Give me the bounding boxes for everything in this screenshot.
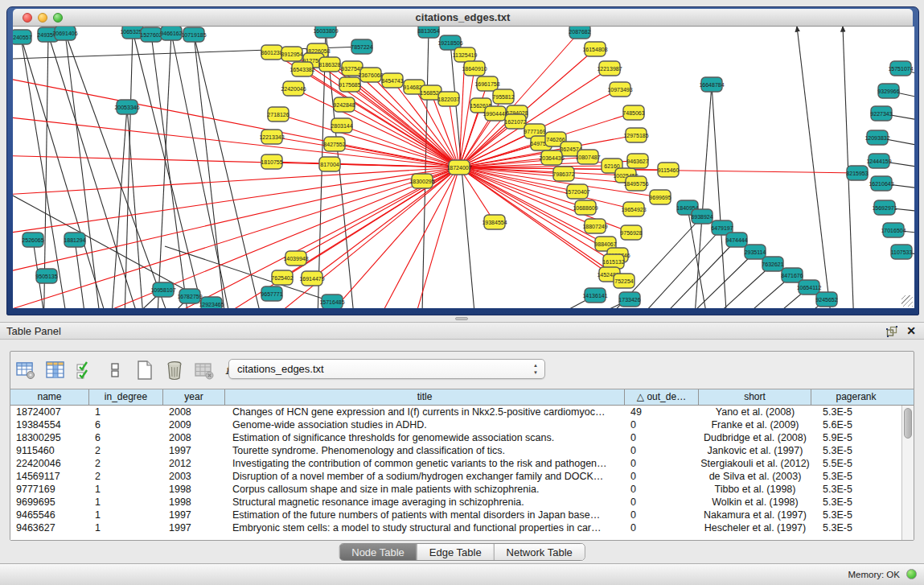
- table-cell: 1997: [163, 521, 225, 534]
- table-mode-icon[interactable]: [15, 360, 36, 381]
- table-cell: 2008: [163, 406, 225, 418]
- table-cell: Genome-wide association studies in ADHD.: [225, 418, 625, 431]
- graph-node-label: 11325419: [453, 52, 478, 58]
- column-header-3[interactable]: title: [225, 389, 625, 405]
- table-row[interactable]: 1830029562008Estimation of significance …: [10, 431, 901, 444]
- memory-status-label: Memory: OK: [848, 570, 900, 579]
- graph-node-label: 8215953: [846, 171, 868, 176]
- graph-node-label: 19218506: [437, 40, 462, 46]
- table-cell: 2012: [163, 457, 225, 470]
- table-cell: 5.3E-5: [811, 470, 901, 483]
- column-header-1[interactable]: in_degree: [89, 389, 163, 405]
- graph-node-label: 6479197: [711, 225, 733, 231]
- close-panel-icon[interactable]: ✕: [906, 324, 916, 337]
- table-row[interactable]: 977716911998Corpus callosum shape and si…: [10, 483, 901, 496]
- table-cell: 5.3E-5: [811, 483, 901, 496]
- graph-node-label: 1733426: [618, 297, 640, 303]
- delete-table-icon[interactable]: [194, 360, 215, 381]
- table-cell: 2008: [163, 431, 225, 444]
- graph-node-label: 2803144: [331, 123, 352, 129]
- graph-node-label: 8912954: [281, 51, 302, 57]
- graph-node-label: 23676068: [358, 72, 383, 78]
- table-row[interactable]: 1872400712008Changes of HCN gene express…: [10, 406, 901, 418]
- network-table-selector[interactable]: citations_edges.txt ▲▼: [228, 359, 545, 379]
- split-handle[interactable]: [455, 317, 468, 320]
- table-cell: 1: [89, 406, 163, 418]
- tab-edge-table[interactable]: Edge Table: [417, 544, 494, 560]
- graph-node-label: 12975185: [623, 133, 648, 138]
- window-title: citations_edges.txt: [13, 11, 913, 23]
- column-header-4[interactable]: △ out_de…: [625, 389, 699, 405]
- table-row[interactable]: 1938455462009Genome-wide association stu…: [10, 418, 901, 431]
- column-header-0[interactable]: name: [10, 389, 89, 405]
- graph-node-label: 2935114: [745, 249, 766, 255]
- graph-node-label: 9227343: [870, 111, 892, 117]
- rows-icon[interactable]: [105, 360, 125, 381]
- column-header-6[interactable]: pagerank: [811, 389, 901, 405]
- graph-node-label: 7986372: [552, 171, 574, 177]
- window-titlebar[interactable]: citations_edges.txt: [13, 9, 913, 27]
- graph-node-label: 16033809: [313, 28, 338, 34]
- table-cell: 0: [625, 457, 699, 470]
- table-row[interactable]: 969969511998Structural magnetic resonanc…: [10, 496, 901, 509]
- vertical-scrollbar[interactable]: [901, 406, 914, 540]
- graph-node-label: 9466162: [160, 31, 182, 36]
- graph-node-label: 15692971: [872, 205, 897, 211]
- table-cell: Tibbo et al. (1998): [699, 483, 811, 496]
- graph-node-label: 7857224: [351, 44, 372, 50]
- table-cell: Franke et al. (2009): [699, 418, 811, 431]
- graph-node-label: 9474444: [725, 237, 747, 243]
- delete-column-icon[interactable]: [164, 360, 185, 381]
- table-cell: 5.3E-5: [811, 521, 901, 534]
- column-header-5[interactable]: short: [699, 389, 811, 405]
- network-canvas-container[interactable]: 1872400712405572493572206914061065325715…: [13, 27, 914, 308]
- table-row[interactable]: 911546021997Tourette syndrome. Phenomeno…: [10, 444, 901, 457]
- float-window-icon[interactable]: [886, 326, 897, 337]
- graph-node-label: 1621072: [504, 119, 526, 125]
- column-header-2[interactable]: year: [163, 389, 225, 405]
- column-visibility-icon[interactable]: [45, 360, 66, 381]
- tab-node-table[interactable]: Node Table: [339, 544, 417, 560]
- network-canvas[interactable]: 1872400712405572493572206914061065325715…: [13, 27, 914, 308]
- table-cell: Changes of HCN gene expression and I(f) …: [225, 406, 625, 418]
- table-cell: Embryonic stem cells: a model to study s…: [225, 521, 625, 534]
- new-column-icon[interactable]: [134, 360, 155, 381]
- table-cell: 6: [89, 431, 163, 444]
- graph-node-label: 16210643: [869, 181, 893, 187]
- table-cell: 2009: [163, 418, 225, 431]
- select-all-icon[interactable]: [75, 360, 96, 381]
- scrollbar-thumb[interactable]: [904, 408, 912, 439]
- graph-node-label: 8938924: [691, 214, 713, 220]
- table-row[interactable]: 946362711997Embryonic stem cells: a mode…: [10, 521, 901, 534]
- graph-node-label: 15720407: [565, 189, 589, 195]
- table-cell: 9777169: [10, 483, 89, 496]
- graph-node-label: 16543382: [290, 67, 314, 72]
- tab-network-table[interactable]: Network Table: [494, 544, 585, 560]
- table-cell: 18724007: [10, 406, 89, 418]
- graph-node-label: 20691406: [52, 31, 77, 36]
- table-cell: Hescheler et al. (1997): [699, 521, 811, 534]
- graph-node-label: 10807487: [575, 154, 600, 160]
- graph-node-label: 1810755: [261, 159, 282, 165]
- graph-node-label: 7625402: [271, 275, 293, 281]
- window-resize-grip[interactable]: [901, 295, 913, 307]
- graph-node-label: 7485063: [622, 110, 644, 116]
- table-row[interactable]: 2242004622012Investigating the contribut…: [10, 457, 901, 470]
- table-panel-body: f (x) citations_edges.txt ▲▼ namein_degr…: [0, 340, 924, 563]
- table-cell: 5.9E-5: [811, 431, 901, 444]
- table-cell: 1997: [163, 509, 225, 521]
- table-cell: 9465546: [10, 509, 89, 521]
- graph-node-label: 9699695: [649, 195, 671, 200]
- graph-node-label: 16782759: [177, 294, 202, 299]
- table-row[interactable]: 1456911722003Disruption of a novel membe…: [10, 470, 901, 483]
- graph-node-label: 1527602: [140, 32, 162, 38]
- graph-node-label: 9245652: [815, 297, 837, 303]
- graph-node-label: 16961758: [474, 81, 499, 87]
- table-cell: 5.3E-5: [811, 406, 901, 418]
- graph-node-label: 19654923: [621, 207, 646, 212]
- selector-arrows-icon: ▲▼: [531, 362, 540, 377]
- table-cell: de Silva et al. (2003): [699, 470, 811, 483]
- table-row[interactable]: 946554611997Estimation of the future num…: [10, 509, 901, 521]
- table-cell: 5.3E-5: [811, 496, 901, 509]
- table-cell: 9463627: [10, 521, 89, 534]
